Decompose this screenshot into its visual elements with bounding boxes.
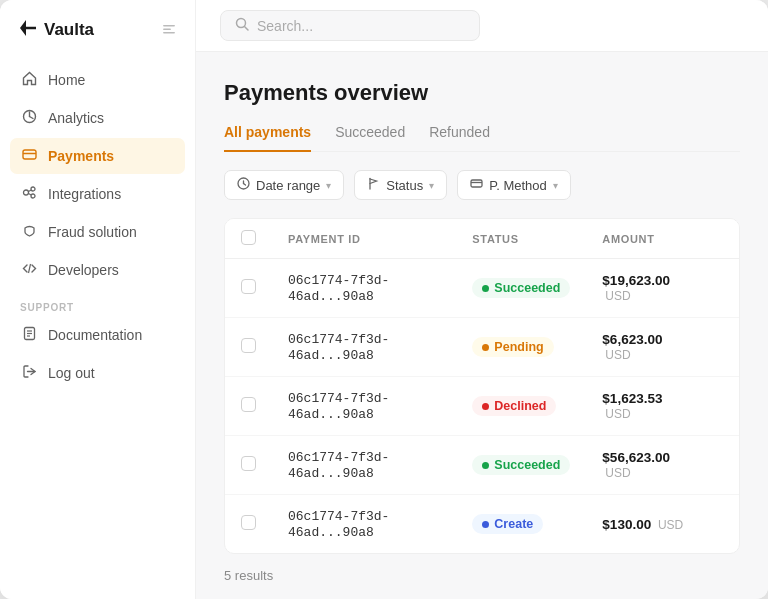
svg-line-11 xyxy=(28,190,31,192)
amount-cell: $130.00 USD xyxy=(586,495,707,554)
date-range-label: Date range xyxy=(256,178,320,193)
currency-label: USD xyxy=(605,348,630,362)
table-row: 06c1774-7f3d-46ad...90a8 Create $130.00 … xyxy=(225,495,739,554)
tab-refunded[interactable]: Refunded xyxy=(429,124,490,152)
date-range-chevron: ▾ xyxy=(326,180,331,191)
tab-succeeded[interactable]: Succeeded xyxy=(335,124,405,152)
select-all-checkbox[interactable] xyxy=(241,230,256,245)
row-action-cell xyxy=(707,436,739,495)
payments-table-container: PAYMENT ID STATUS AMOUNT 06c1774-7f3d-46… xyxy=(224,218,740,554)
integrations-icon xyxy=(20,185,38,203)
svg-point-9 xyxy=(31,187,35,191)
table-row: 06c1774-7f3d-46ad...90a8 Succeeded $56,6… xyxy=(225,436,739,495)
amount-cell: $1,623.53 USD xyxy=(586,377,707,436)
row-checkbox-cell xyxy=(225,259,272,318)
sidebar-toggle-icon[interactable] xyxy=(161,21,177,40)
fraud-icon xyxy=(20,223,38,241)
sidebar-item-integrations-label: Integrations xyxy=(48,186,121,202)
row-checkbox-cell xyxy=(225,495,272,554)
row-checkbox-cell xyxy=(225,377,272,436)
sidebar-item-fraud[interactable]: Fraud solution xyxy=(10,214,185,250)
status-cell: Succeeded xyxy=(456,436,586,495)
flag-icon xyxy=(367,177,380,193)
logout-icon xyxy=(20,364,38,382)
table-row: 06c1774-7f3d-46ad...90a8 Pending $6,623.… xyxy=(225,318,739,377)
th-payment-id: PAYMENT ID xyxy=(272,219,456,259)
table-row: 06c1774-7f3d-46ad...90a8 Declined $1,623… xyxy=(225,377,739,436)
results-count: 5 results xyxy=(224,568,740,583)
payment-method-filter[interactable]: P. Method ▾ xyxy=(457,170,571,200)
svg-rect-25 xyxy=(471,180,482,187)
row-action-cell xyxy=(707,259,739,318)
card-icon xyxy=(470,177,483,193)
th-extra xyxy=(707,219,739,259)
sidebar-item-developers[interactable]: Developers xyxy=(10,252,185,288)
payment-method-label: P. Method xyxy=(489,178,547,193)
app-window: Vaulta Home xyxy=(0,0,768,599)
date-range-filter[interactable]: Date range ▾ xyxy=(224,170,344,200)
svg-rect-2 xyxy=(163,25,175,27)
page-title: Payments overview xyxy=(224,80,740,106)
svg-line-23 xyxy=(244,184,246,186)
sidebar-item-integrations[interactable]: Integrations xyxy=(10,176,185,212)
content-area: Payments overview All payments Succeeded… xyxy=(196,52,768,599)
row-checkbox[interactable] xyxy=(241,397,256,412)
svg-point-10 xyxy=(31,194,35,198)
sidebar-item-analytics[interactable]: Analytics xyxy=(10,100,185,136)
svg-marker-0 xyxy=(20,20,26,36)
sidebar-item-docs[interactable]: Documentation xyxy=(10,317,185,353)
th-status: STATUS xyxy=(456,219,586,259)
sidebar-item-payments-label: Payments xyxy=(48,148,114,164)
main-area: Search... Payments overview All payments… xyxy=(196,0,768,599)
currency-label: USD xyxy=(658,518,683,532)
search-bar[interactable]: Search... xyxy=(220,10,480,41)
sidebar-item-logout-label: Log out xyxy=(48,365,95,381)
sidebar-item-home[interactable]: Home xyxy=(10,62,185,98)
docs-icon xyxy=(20,326,38,344)
row-checkbox[interactable] xyxy=(241,338,256,353)
payment-id-value: 06c1774-7f3d-46ad...90a8 xyxy=(288,509,389,540)
logo-text: Vaulta xyxy=(44,20,94,40)
amount-cell: $6,623.00 USD xyxy=(586,318,707,377)
payment-id-value: 06c1774-7f3d-46ad...90a8 xyxy=(288,391,389,422)
analytics-icon xyxy=(20,109,38,127)
status-text: Declined xyxy=(494,399,546,413)
payment-id-cell: 06c1774-7f3d-46ad...90a8 xyxy=(272,318,456,377)
row-action-cell xyxy=(707,318,739,377)
tab-all-payments[interactable]: All payments xyxy=(224,124,311,152)
status-dot xyxy=(482,521,489,528)
th-checkbox xyxy=(225,219,272,259)
support-section-label: SUPPORT xyxy=(10,290,185,317)
status-filter[interactable]: Status ▾ xyxy=(354,170,447,200)
tabs: All payments Succeeded Refunded xyxy=(224,124,740,152)
status-cell: Succeeded xyxy=(456,259,586,318)
row-checkbox[interactable] xyxy=(241,279,256,294)
row-checkbox[interactable] xyxy=(241,515,256,530)
payment-id-cell: 06c1774-7f3d-46ad...90a8 xyxy=(272,377,456,436)
sidebar-item-analytics-label: Analytics xyxy=(48,110,104,126)
status-cell: Create xyxy=(456,495,586,554)
svg-rect-3 xyxy=(163,28,171,30)
status-text: Create xyxy=(494,517,533,531)
sidebar-item-payments[interactable]: Payments xyxy=(10,138,185,174)
payment-id-cell: 06c1774-7f3d-46ad...90a8 xyxy=(272,436,456,495)
search-icon xyxy=(235,17,249,34)
sidebar-item-fraud-label: Fraud solution xyxy=(48,224,137,240)
currency-label: USD xyxy=(605,289,630,303)
clock-icon xyxy=(237,177,250,193)
search-placeholder: Search... xyxy=(257,18,313,34)
row-action-cell xyxy=(707,377,739,436)
table-row: 06c1774-7f3d-46ad...90a8 Succeeded $19,6… xyxy=(225,259,739,318)
payment-id-value: 06c1774-7f3d-46ad...90a8 xyxy=(288,450,389,481)
row-checkbox-cell xyxy=(225,318,272,377)
status-cell: Pending xyxy=(456,318,586,377)
status-dot xyxy=(482,403,489,410)
sidebar-item-docs-label: Documentation xyxy=(48,327,142,343)
logo-area: Vaulta xyxy=(0,0,195,58)
row-action-cell xyxy=(707,495,739,554)
logo-icon xyxy=(18,18,38,42)
amount-value: $1,623.53 xyxy=(602,391,662,406)
topbar: Search... xyxy=(196,0,768,52)
sidebar-item-logout[interactable]: Log out xyxy=(10,355,185,391)
row-checkbox[interactable] xyxy=(241,456,256,471)
